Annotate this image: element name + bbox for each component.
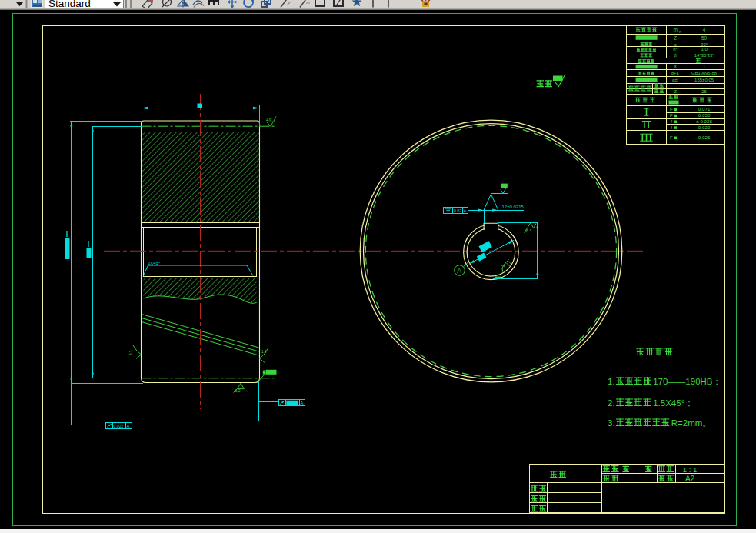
- svg-text:1 : 1: 1 : 1: [683, 465, 698, 474]
- svg-text:3.2: 3.2: [129, 350, 133, 355]
- svg-text:1.: 1.: [608, 377, 615, 386]
- svg-text:50: 50: [701, 35, 708, 41]
- svg-text:0.050: 0.050: [698, 112, 711, 118]
- svg-text:4: 4: [703, 27, 706, 32]
- svg-text:0.022: 0.022: [698, 125, 711, 130]
- svg-text:A: A: [457, 267, 461, 275]
- svg-text:F: F: [670, 112, 673, 118]
- svg-text:12±0.0215: 12±0.0215: [502, 205, 525, 209]
- svg-text:170——190HB；: 170——190HB；: [653, 377, 721, 386]
- svg-text:0.022: 0.022: [114, 424, 124, 428]
- svg-text:± 0.028: ± 0.028: [696, 118, 712, 124]
- svg-text:Standard: Standard: [48, 0, 91, 9]
- svg-text:X: X: [674, 64, 678, 69]
- svg-text:1.5X45°；: 1.5X45°；: [653, 398, 694, 408]
- svg-text:β: β: [674, 53, 677, 58]
- svg-text:f: f: [671, 125, 672, 130]
- svg-text:1.0: 1.0: [701, 47, 708, 52]
- svg-text:1.6: 1.6: [261, 350, 267, 354]
- svg-text:a±f: a±f: [672, 78, 679, 82]
- svg-text:14°35'33'': 14°35'33'': [694, 53, 714, 58]
- svg-text:F: F: [670, 135, 673, 140]
- svg-text:α: α: [674, 42, 677, 47]
- svg-text:f: f: [671, 118, 672, 124]
- svg-text:F: F: [670, 106, 673, 112]
- svg-text:1.6: 1.6: [266, 117, 272, 122]
- svg-text:8FL: 8FL: [671, 71, 680, 75]
- svg-text:A: A: [301, 401, 304, 405]
- svg-text:0.02: 0.02: [454, 208, 461, 213]
- svg-text:1: 1: [703, 64, 706, 69]
- svg-text:0.071: 0.071: [698, 106, 711, 112]
- svg-text:0.025: 0.025: [698, 135, 711, 140]
- svg-text:A: A: [464, 208, 467, 213]
- svg-text:Z: Z: [674, 88, 677, 94]
- svg-text:GB10095-88: GB10095-88: [691, 71, 717, 75]
- svg-text:3.2: 3.2: [235, 388, 241, 393]
- svg-text:3.: 3.: [608, 418, 615, 428]
- svg-text:A2: A2: [685, 475, 695, 483]
- svg-text:A: A: [127, 424, 130, 428]
- svg-text:25: 25: [701, 88, 707, 94]
- svg-text:h*: h*: [673, 47, 678, 52]
- svg-text:20°: 20°: [701, 42, 708, 47]
- svg-text:m: m: [673, 27, 677, 32]
- svg-text:2.: 2.: [608, 398, 615, 408]
- svg-text:2X45°: 2X45°: [148, 261, 161, 265]
- svg-text:155±0.05: 155±0.05: [694, 78, 714, 82]
- svg-text:R=2mm。: R=2mm。: [671, 418, 711, 428]
- svg-text:Z: Z: [674, 35, 677, 41]
